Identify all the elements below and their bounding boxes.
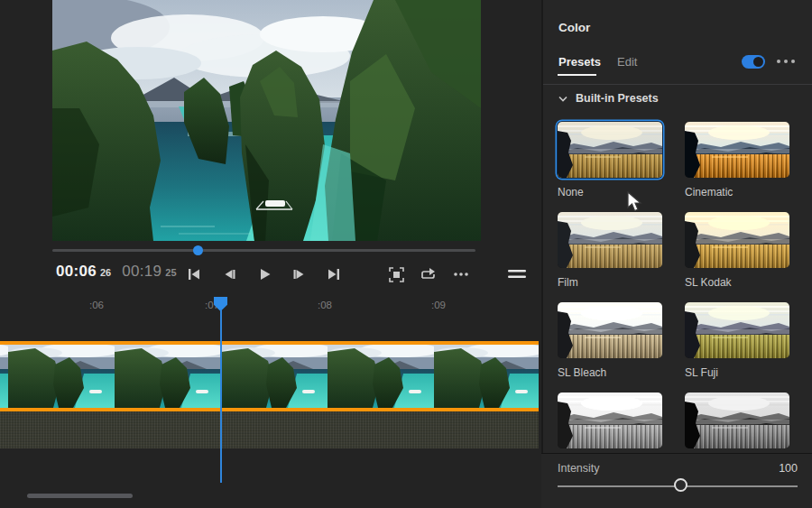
skip-to-end-icon <box>327 267 341 282</box>
divider <box>543 84 812 85</box>
section-title: Built-in Presets <box>576 92 659 105</box>
timeline-scrollbar[interactable] <box>27 494 133 498</box>
preset-none[interactable]: None <box>558 122 662 199</box>
current-frames: 26 <box>100 267 111 278</box>
ruler-tick: :09 <box>431 300 446 310</box>
preset-label: Film <box>558 276 662 289</box>
clip-thumbnail <box>0 345 8 408</box>
timeline-clip[interactable] <box>0 341 539 411</box>
tab-edit[interactable]: Edit <box>617 55 637 69</box>
ruler-tick: :06 <box>89 300 104 310</box>
app-window: 00:06 26 00:19 25 <box>0 0 812 508</box>
preset-thumbnail <box>685 302 789 358</box>
intensity-value: 100 <box>541 462 798 475</box>
step-forward-button[interactable] <box>291 266 308 282</box>
fit-screen-button[interactable] <box>388 266 404 282</box>
preset-thumbnail <box>558 393 662 448</box>
duration-frames: 25 <box>165 267 176 278</box>
clip-thumbnail <box>328 345 434 408</box>
preset-label: Cinematic <box>685 186 789 199</box>
preset-thumbnail <box>685 393 789 448</box>
fit-screen-icon <box>389 267 404 282</box>
clip-thumbnail <box>434 345 539 408</box>
tab-presets[interactable]: Presets <box>558 55 601 69</box>
menu-button[interactable] <box>507 266 527 282</box>
menu-icon <box>508 268 526 281</box>
preset-label: SL Bleach <box>558 366 662 379</box>
panel-more-options-button[interactable] <box>777 60 795 63</box>
preset-sl-bleach[interactable]: SL Bleach <box>558 302 662 380</box>
intensity-section: Intensity 100 <box>541 453 812 508</box>
chevron-down-icon <box>558 96 567 102</box>
step-back-button[interactable] <box>221 266 237 282</box>
play-icon <box>257 267 272 282</box>
builtin-presets-header[interactable]: Built-in Presets <box>558 92 659 105</box>
panel-title: Color <box>558 21 590 34</box>
skip-to-start-icon <box>187 267 201 282</box>
step-forward-icon <box>292 267 307 282</box>
preset-label: None <box>558 186 662 199</box>
loop-button[interactable] <box>420 266 436 282</box>
play-button[interactable] <box>256 266 272 282</box>
clip-thumbnail <box>221 345 328 408</box>
preset-thumbnail <box>558 122 662 178</box>
color-enable-toggle[interactable] <box>742 55 765 69</box>
clip-filmstrip <box>0 345 539 408</box>
preset-grid: None Cinematic Film SL Kodak SL Bleach S… <box>558 122 799 470</box>
more-options-icon <box>452 267 468 282</box>
active-tab-underline <box>558 74 596 76</box>
skip-to-start-button[interactable] <box>186 266 202 282</box>
preview-scrubber-handle[interactable] <box>193 245 203 255</box>
preset-sl-kodak[interactable]: SL Kodak <box>685 212 789 290</box>
step-back-icon <box>222 267 236 282</box>
audio-track[interactable] <box>0 411 539 448</box>
loop-icon <box>420 267 436 282</box>
preset-cinematic[interactable]: Cinematic <box>685 122 789 199</box>
more-options-button[interactable] <box>452 266 468 282</box>
preset-thumbnail <box>685 212 789 268</box>
timecode-display: 00:06 26 00:19 25 <box>56 263 177 286</box>
preset-film[interactable]: Film <box>558 212 662 290</box>
ruler-tick: :08 <box>318 300 332 310</box>
preset-label: SL Fuji <box>685 366 789 379</box>
preset-label: SL Kodak <box>685 276 789 289</box>
lagoon-frame-image <box>52 0 481 241</box>
toggle-knob <box>753 57 763 67</box>
duration-time: 00:19 <box>122 263 161 281</box>
playhead-line <box>220 309 222 483</box>
preset-thumbnail <box>685 122 789 178</box>
skip-to-end-button[interactable] <box>326 266 342 282</box>
video-preview[interactable] <box>52 0 481 241</box>
color-panel: Color Presets Edit Built-in Presets None… <box>541 0 812 508</box>
preset-thumbnail <box>558 302 662 358</box>
preset-sl-fuji[interactable]: SL Fuji <box>685 302 789 380</box>
intensity-slider-handle[interactable] <box>674 478 687 492</box>
preset-thumbnail <box>558 212 662 268</box>
preview-scrubber-track[interactable] <box>52 249 475 252</box>
clip-thumbnail <box>115 345 221 408</box>
current-time: 00:06 <box>56 263 97 281</box>
clip-thumbnail <box>8 345 115 408</box>
